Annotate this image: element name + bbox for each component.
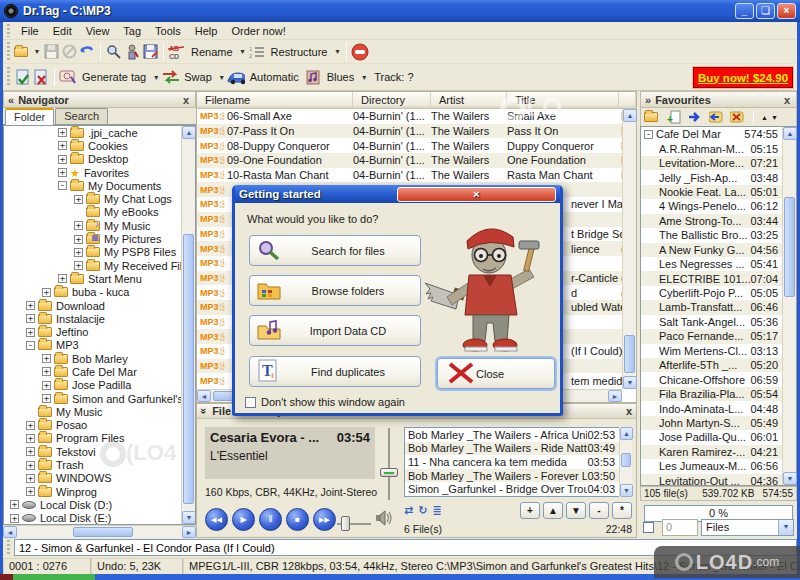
expand-icon[interactable]: + bbox=[42, 394, 51, 403]
stop-icon[interactable] bbox=[351, 44, 369, 60]
tree-item[interactable]: +Posao bbox=[4, 419, 195, 432]
menu-item-view[interactable]: View bbox=[79, 23, 117, 39]
collapse-icon[interactable]: - bbox=[644, 130, 653, 139]
limit-spinner[interactable]: 0 bbox=[662, 519, 698, 536]
playlist-item[interactable]: Bob Marley _The Wailers - Forever Lovin.… bbox=[405, 469, 631, 483]
remove-button[interactable]: - bbox=[589, 502, 609, 519]
playlist-item[interactable]: Bob Marley _The Wailers - Africa Unite02… bbox=[405, 428, 631, 442]
list-item[interactable]: Lamb-Transfatt...06:46 bbox=[641, 300, 796, 314]
genre-select[interactable]: Blues bbox=[322, 71, 360, 83]
list-item[interactable]: Karen Ramirez-...04:21 bbox=[641, 445, 796, 459]
sort-up-icon[interactable]: ▲ bbox=[761, 114, 768, 121]
scroll-up-icon[interactable]: ▲ bbox=[620, 427, 633, 440]
tag-cd-icon[interactable] bbox=[59, 69, 77, 85]
scroll-left-icon[interactable]: ◄ bbox=[3, 526, 17, 538]
doc-check-icon[interactable] bbox=[14, 69, 32, 85]
expand-icon[interactable]: + bbox=[74, 235, 83, 244]
swap-dropdown-icon[interactable]: ▾ bbox=[217, 73, 227, 82]
expand-icon[interactable]: + bbox=[58, 128, 67, 137]
import-data-cd-button[interactable]: Import Data CD bbox=[249, 315, 421, 346]
files-combo[interactable]: Files ▼ bbox=[701, 519, 794, 536]
tree-item[interactable]: +♪My Music bbox=[4, 219, 195, 232]
limit-checkbox[interactable] bbox=[643, 522, 654, 533]
restore-button[interactable]: ❏ bbox=[756, 3, 775, 19]
list-item[interactable]: John Martyn-S...05:49 bbox=[641, 416, 796, 430]
dialog-close-button[interactable]: Close bbox=[437, 358, 555, 389]
column-title[interactable]: Title bbox=[507, 92, 619, 108]
rename-button[interactable]: Rename bbox=[186, 46, 238, 58]
list-item[interactable]: Cyberlift-Pojo P...05:05 bbox=[641, 286, 796, 300]
chevron-down-icon[interactable]: ▼ bbox=[778, 520, 793, 535]
filelist-vscrollbar[interactable]: ▲ ▼ bbox=[622, 109, 636, 389]
favourites-group-row[interactable]: -Cafe Del Mar574:55 bbox=[641, 127, 796, 141]
tree-item[interactable]: +My Chat Logs bbox=[4, 192, 195, 205]
navigator-hscrollbar[interactable]: ◄ ► bbox=[3, 525, 196, 538]
list-item[interactable]: A.R.Rahman-M...05:15 bbox=[641, 141, 796, 155]
tree-item[interactable]: +Cafe Del Mar bbox=[4, 365, 195, 378]
swap-arrows-icon[interactable] bbox=[161, 69, 179, 85]
swap-button[interactable]: Swap bbox=[179, 71, 217, 83]
scroll-left-icon[interactable]: ◄ bbox=[197, 390, 211, 402]
expand-icon[interactable]: + bbox=[26, 434, 35, 443]
list-item[interactable]: Chicane-Offshore06:59 bbox=[641, 372, 796, 386]
tree-item[interactable]: +buba - kuca bbox=[4, 286, 195, 299]
playlist-item[interactable]: Simon _Garfunkel - Bridge Over Troubled.… bbox=[405, 482, 631, 496]
list-item[interactable]: Les Negresses ...05:41 bbox=[641, 257, 796, 271]
scroll-thumb[interactable] bbox=[183, 234, 194, 504]
list-item[interactable]: Paco Fernande...05:17 bbox=[641, 329, 796, 343]
expand-icon[interactable]: + bbox=[74, 195, 83, 204]
scroll-down-icon[interactable]: ▼ bbox=[623, 376, 637, 389]
genre-dropdown-icon[interactable]: ▾ bbox=[359, 73, 369, 82]
column-artist[interactable]: Artist bbox=[431, 92, 507, 108]
playlist-item[interactable]: Bob Marley _The Wailers - Ride Natty Rid… bbox=[405, 442, 631, 456]
menu-item-tools[interactable]: Tools bbox=[148, 23, 188, 39]
list-item[interactable]: Ame Strong-To...03:44 bbox=[641, 214, 796, 228]
rename-dropdown-icon[interactable]: ▾ bbox=[238, 47, 248, 56]
column-directory[interactable]: Directory bbox=[353, 92, 431, 108]
playlist-item[interactable]: 11 - Nha cancera ka tem medida03:53 bbox=[405, 455, 631, 469]
expand-icon[interactable]: + bbox=[74, 261, 83, 270]
tree-item[interactable]: +Jeftino bbox=[4, 325, 195, 338]
list-item[interactable]: Nookie Feat. La...05:01 bbox=[641, 185, 796, 199]
list-item[interactable]: Les Jumeaux-M...06:56 bbox=[641, 459, 796, 473]
tree-item[interactable]: +Local Disk (D:) bbox=[4, 498, 195, 511]
undo-icon[interactable] bbox=[78, 44, 96, 60]
cd-text-icon[interactable]: ABCD bbox=[168, 44, 186, 60]
tree-item[interactable]: +Download bbox=[4, 299, 195, 312]
tree-item[interactable]: +Instalacije bbox=[4, 312, 195, 325]
seek-slider[interactable] bbox=[383, 428, 395, 500]
tree-item[interactable]: +Local Disk (E:) bbox=[4, 512, 195, 525]
expand-icon[interactable]: + bbox=[10, 514, 19, 523]
expand-icon[interactable]: + bbox=[26, 328, 35, 337]
expand-icon[interactable]: + bbox=[58, 168, 67, 177]
expand-icon[interactable]: - bbox=[58, 181, 67, 190]
tree-item[interactable]: +Bob Marley bbox=[4, 352, 195, 365]
menu-item-tag[interactable]: Tag bbox=[116, 23, 148, 39]
tree-item[interactable]: -My Documents bbox=[4, 179, 195, 192]
expand-icon[interactable]: - bbox=[26, 341, 35, 350]
expand-icon[interactable]: + bbox=[42, 354, 51, 363]
browse-folders-button[interactable]: Browse folders bbox=[249, 275, 421, 306]
shuffle-icon[interactable]: ⇄ bbox=[404, 504, 413, 517]
next-button[interactable]: ▶▶ bbox=[313, 508, 336, 531]
search-for-files-button[interactable]: Search for files bbox=[249, 235, 421, 266]
menubar-grip[interactable] bbox=[6, 24, 11, 38]
pause-button[interactable]: Ⅱ bbox=[259, 508, 282, 531]
checkbox-box[interactable] bbox=[245, 397, 256, 408]
list-item[interactable]: Jelly _Fish-Ap...03:48 bbox=[641, 170, 796, 184]
menu-item-file[interactable]: File bbox=[14, 23, 46, 39]
tree-item[interactable]: +▦My Pictures bbox=[4, 232, 195, 245]
tree-item[interactable]: -MP3 bbox=[4, 339, 195, 352]
table-row[interactable]: MP3v1v210-Rasta Man Chant04-Burnin' (1..… bbox=[197, 168, 622, 183]
find-duplicates-button[interactable]: Tt Find duplicates bbox=[249, 356, 421, 387]
list-item[interactable]: ELECTRIBE 101...07:04 bbox=[641, 271, 796, 285]
toolbar1-grip[interactable] bbox=[6, 42, 11, 60]
tree-item[interactable]: +WINDOWS bbox=[4, 472, 195, 485]
column-filename[interactable]: Filename bbox=[197, 92, 353, 108]
tree-item[interactable]: +Trash bbox=[4, 458, 195, 471]
scroll-thumb[interactable] bbox=[784, 197, 795, 297]
expand-icon[interactable]: + bbox=[58, 155, 67, 164]
scroll-up-icon[interactable]: ▲ bbox=[623, 109, 637, 122]
expand-icon[interactable]: + bbox=[26, 421, 35, 430]
minimize-button[interactable]: _ bbox=[735, 3, 754, 19]
